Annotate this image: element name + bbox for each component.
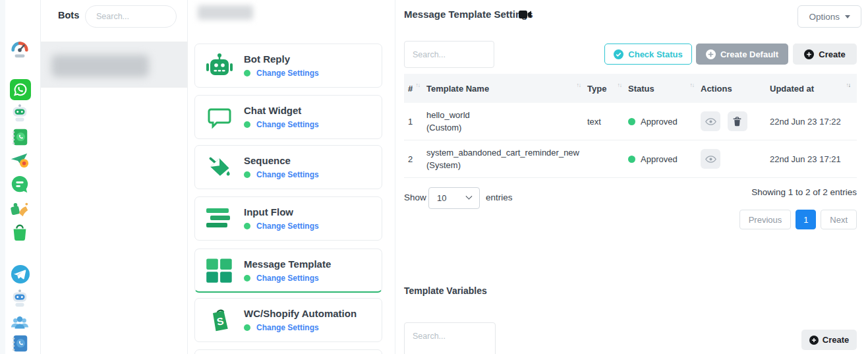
variables-search-input[interactable]	[404, 322, 496, 354]
entries-label: entries	[486, 192, 513, 202]
settings-card-bot-reply[interactable]: Bot Reply Change Settings	[194, 44, 382, 88]
card-title: Bot Reply	[244, 53, 319, 65]
column-header-num[interactable]: #↑↓	[404, 84, 426, 94]
card-title: WC/Shopify Automation	[244, 308, 357, 319]
change-settings-link[interactable]: Change Settings	[256, 69, 319, 78]
card-title: Sequence	[244, 155, 319, 166]
change-settings-link[interactable]: Change Settings	[256, 221, 319, 231]
caret-down-icon	[845, 15, 850, 18]
previous-page-button[interactable]: Previous	[739, 210, 792, 229]
create-label: Create	[819, 49, 845, 59]
app-window: Bots Bot Reply Change Settings Chat Widg…	[0, 0, 868, 354]
team-blue-icon[interactable]	[10, 312, 30, 332]
template-variables-title: Template Variables	[404, 285, 487, 296]
plus-circle-icon	[804, 49, 814, 59]
bot-green-icon[interactable]	[10, 103, 30, 123]
templates-table: #↑↓ Template Name↑↓ Type↑↓ Status↑↓ Acti…	[404, 74, 857, 178]
chat-widget-icon	[204, 103, 235, 131]
plus-circle-icon	[809, 336, 819, 345]
card-title: Input Flow	[244, 206, 319, 218]
status-approved-dot	[628, 156, 635, 163]
sort-icon: ↑↓	[416, 82, 420, 88]
change-settings-link[interactable]: Change Settings	[256, 274, 319, 283]
page-1-button[interactable]: 1	[796, 210, 816, 229]
store-green-icon[interactable]	[10, 223, 30, 243]
bot-blue-icon[interactable]	[10, 288, 30, 308]
column-header-template-name[interactable]: Template Name↑↓	[426, 84, 587, 94]
updated-at-cell: 22nd Jun 23 17:21	[770, 154, 857, 164]
settings-card-partial[interactable]	[194, 349, 382, 354]
shopify-icon: S	[204, 307, 235, 334]
sidebar-strip	[0, 0, 5, 354]
page-size-select[interactable]: 10	[428, 187, 480, 209]
broadcast-campaign-icon[interactable]	[10, 150, 30, 170]
plus-circle-icon	[706, 49, 716, 59]
template-name-cell: system_abandoned_cart_reminder_new (Syst…	[426, 146, 587, 172]
chat-green-icon[interactable]	[10, 175, 30, 194]
change-settings-link[interactable]: Change Settings	[256, 120, 319, 129]
settings-card-chat-widget[interactable]: Chat Widget Change Settings	[194, 95, 382, 139]
row-number: 1	[404, 117, 426, 127]
type-cell: text	[587, 117, 628, 127]
check-circle-icon	[614, 49, 623, 59]
bots-search-input[interactable]	[85, 5, 177, 28]
status-dot	[244, 223, 250, 229]
bots-panel-title: Bots	[58, 10, 79, 20]
template-search-input[interactable]	[404, 41, 494, 68]
channel-sidebar	[0, 0, 41, 354]
check-status-label: Check Status	[628, 49, 682, 59]
column-header-status[interactable]: Status↑↓	[628, 84, 701, 94]
updated-at-cell: 22nd Jun 23 17:22	[770, 117, 857, 127]
column-header-type[interactable]: Type↑↓	[587, 84, 628, 94]
contacts-blue-icon[interactable]	[10, 334, 30, 353]
check-status-button[interactable]: Check Status	[604, 44, 692, 65]
settings-card-input-flow[interactable]: Input Flow Change Settings	[194, 196, 382, 241]
table-row: 1 hello_world (Custom) text Approved 22n…	[404, 103, 857, 140]
change-settings-link[interactable]: Change Settings	[256, 323, 319, 332]
status-dot	[244, 324, 250, 331]
options-button[interactable]: Options	[797, 5, 861, 28]
message-template-icon	[204, 256, 235, 284]
settings-menu: Bot Reply Change Settings Chat Widget Ch…	[188, 0, 395, 354]
status-dot	[244, 70, 250, 76]
chevron-down-icon	[466, 193, 473, 200]
column-header-updated-at[interactable]: Updated at↑↓	[770, 84, 857, 94]
create-button[interactable]: Create	[793, 44, 857, 65]
column-header-actions: Actions	[701, 84, 770, 94]
status-dot	[244, 275, 250, 281]
view-template-button[interactable]	[701, 111, 720, 131]
video-camera-icon[interactable]	[519, 10, 532, 19]
actions-cell	[701, 111, 770, 131]
trash-icon	[732, 117, 743, 127]
bot-list-item-selected[interactable]	[41, 42, 188, 88]
sort-icon: ↑↓	[690, 82, 695, 88]
sort-icon: ↑↓	[577, 82, 581, 88]
settings-card-message-template[interactable]: Message Template Change Settings	[194, 249, 382, 293]
next-page-button[interactable]: Next	[821, 210, 857, 229]
options-label: Options	[809, 12, 840, 22]
view-template-button[interactable]	[701, 149, 720, 169]
eye-icon	[705, 154, 716, 164]
settings-card-sequence[interactable]: Sequence Change Settings	[194, 145, 382, 189]
main-content: Message Template Settings Options Check …	[395, 0, 868, 354]
sequence-icon	[204, 154, 235, 181]
status-dot	[244, 171, 250, 178]
contacts-green-icon[interactable]	[10, 127, 30, 147]
create-default-button[interactable]: Create Default	[696, 44, 788, 65]
delete-template-button[interactable]	[728, 111, 747, 131]
show-label: Show	[404, 192, 426, 202]
pagination: Previous 1 Next	[739, 210, 857, 229]
page-size-value: 10	[437, 193, 446, 203]
telegram-icon[interactable]	[10, 264, 31, 285]
eye-icon	[705, 117, 716, 127]
card-title: Chat Widget	[244, 105, 319, 116]
integrations-icon[interactable]	[10, 199, 30, 219]
actions-cell	[701, 149, 770, 169]
whatsapp-icon[interactable]	[10, 79, 31, 100]
dashboard-icon[interactable]	[10, 40, 30, 59]
bot-reply-icon	[204, 52, 235, 80]
settings-card-wc-shopify[interactable]: S WC/Shopify Automation Change Settings	[194, 298, 382, 342]
change-settings-link[interactable]: Change Settings	[256, 170, 319, 179]
card-title: Message Template	[244, 258, 331, 270]
create-variable-button[interactable]: Create	[801, 330, 857, 350]
